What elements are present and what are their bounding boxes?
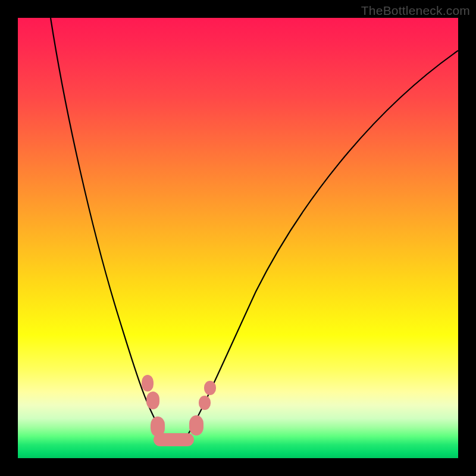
curve-layer xyxy=(18,18,458,458)
watermark-text: TheBottleneck.com xyxy=(361,4,470,18)
marker-left-upper xyxy=(142,375,154,392)
bottleneck-curve xyxy=(51,18,458,444)
marker-right-upper xyxy=(204,381,216,395)
chart-frame: TheBottleneck.com xyxy=(0,0,476,476)
plot-area xyxy=(18,18,458,458)
marker-right-lower xyxy=(199,396,211,410)
marker-bottom-bar xyxy=(154,433,194,446)
marker-bottom-right-joint xyxy=(189,415,203,436)
marker-left-lower xyxy=(146,392,159,409)
